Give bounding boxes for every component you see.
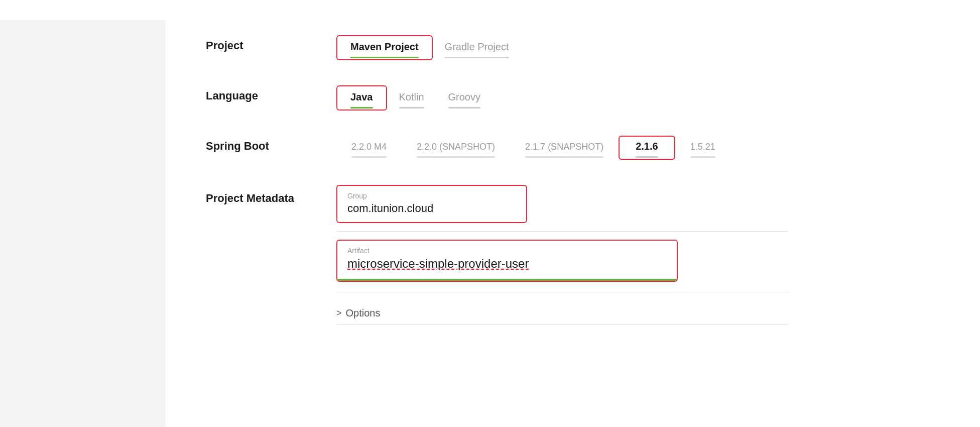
- language-options: Java Kotlin Groovy: [336, 85, 950, 111]
- bottom-separator: [336, 324, 788, 325]
- metadata-label: Project Metadata: [206, 185, 336, 205]
- groovy-button[interactable]: Groovy: [436, 87, 493, 109]
- spring-boot-label: Spring Boot: [206, 136, 336, 153]
- spring-boot-controls: 2.2.0 M4 2.2.0 (SNAPSHOT) 2.1.7 (SNAPSHO…: [336, 136, 950, 160]
- version-216[interactable]: 2.1.6: [622, 138, 672, 158]
- version-220snapshot-label: 2.2.0 (SNAPSHOT): [417, 142, 495, 156]
- java-selected-box: Java: [336, 85, 387, 111]
- groovy-label: Groovy: [448, 91, 480, 107]
- spring-boot-options: 2.2.0 M4 2.2.0 (SNAPSHOT) 2.1.7 (SNAPSHO…: [336, 136, 950, 160]
- maven-project-underline: [350, 57, 419, 58]
- version-220m4-label: 2.2.0 M4: [351, 142, 387, 156]
- version-220snapshot[interactable]: 2.2.0 (SNAPSHOT): [402, 138, 510, 158]
- chevron-icon: >: [336, 308, 342, 318]
- maven-project-button[interactable]: Maven Project: [338, 37, 431, 58]
- project-controls: Maven Project Gradle Project: [336, 35, 950, 60]
- group-separator: [336, 231, 788, 232]
- version-216-selected-box: 2.1.6: [619, 136, 675, 160]
- gradle-project-label: Gradle Project: [445, 41, 509, 57]
- artifact-underline: [337, 279, 677, 281]
- content-area: Project Maven Project Gradle Project: [166, 20, 980, 427]
- group-field-value: com.itunion.cloud: [347, 202, 433, 215]
- gradle-project-underline: [445, 57, 509, 58]
- artifact-field-label: Artifact: [347, 247, 667, 255]
- version-220snapshot-underline: [417, 156, 495, 158]
- version-217snapshot[interactable]: 2.1.7 (SNAPSHOT): [510, 138, 619, 158]
- left-sidebar: [0, 20, 166, 427]
- gradle-project-button[interactable]: Gradle Project: [433, 37, 521, 58]
- artifact-field-value: microservice-simple-provider-user: [347, 257, 667, 279]
- group-row: Group com.itunion.cloud: [336, 185, 950, 223]
- language-row: Language Java Kotlin: [206, 85, 950, 116]
- version-216-label: 2.1.6: [636, 141, 658, 156]
- java-underline: [350, 107, 373, 109]
- version-220m4[interactable]: 2.2.0 M4: [336, 138, 402, 158]
- maven-project-label: Maven Project: [350, 41, 419, 57]
- version-217snapshot-underline: [525, 156, 603, 158]
- maven-project-selected-box: Maven Project: [336, 35, 433, 60]
- options-toggle-label: Options: [346, 307, 381, 319]
- language-controls: Java Kotlin Groovy: [336, 85, 950, 111]
- artifact-field-box[interactable]: Artifact microservice-simple-provider-us…: [336, 240, 678, 282]
- language-label: Language: [206, 85, 336, 102]
- options-separator: [336, 292, 788, 292]
- kotlin-label: Kotlin: [399, 91, 424, 107]
- options-toggle[interactable]: > Options: [336, 302, 950, 324]
- java-label: Java: [350, 91, 373, 107]
- version-216-underline: [636, 156, 658, 158]
- spring-boot-row: Spring Boot 2.2.0 M4 2.2.0 (SNAPSHOT): [206, 136, 950, 165]
- version-1521-underline: [690, 156, 715, 158]
- metadata-row: Project Metadata Group com.itunion.cloud…: [206, 185, 950, 345]
- groovy-underline: [448, 107, 480, 109]
- version-217snapshot-label: 2.1.7 (SNAPSHOT): [525, 142, 603, 156]
- group-field-label: Group: [347, 192, 516, 200]
- main-container: Project Maven Project Gradle Project: [0, 0, 980, 427]
- group-field-box[interactable]: Group com.itunion.cloud: [336, 185, 527, 223]
- version-1521-label: 1.5.21: [690, 142, 715, 156]
- kotlin-button[interactable]: Kotlin: [387, 87, 436, 109]
- project-row: Project Maven Project Gradle Project: [206, 35, 950, 65]
- version-1521[interactable]: 1.5.21: [675, 138, 730, 158]
- version-220m4-underline: [351, 156, 387, 158]
- project-label: Project: [206, 35, 336, 52]
- project-options: Maven Project Gradle Project: [336, 35, 950, 60]
- java-button[interactable]: Java: [338, 87, 385, 109]
- metadata-controls: Group com.itunion.cloud Artifact microse…: [336, 185, 950, 340]
- kotlin-underline: [399, 107, 424, 109]
